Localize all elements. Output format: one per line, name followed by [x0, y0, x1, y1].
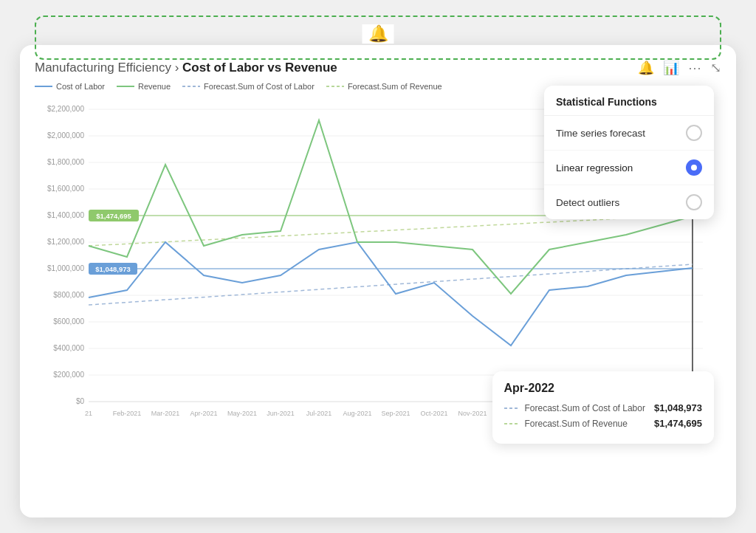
svg-text:Aug-2021: Aug-2021 — [343, 410, 371, 417]
chart-tooltip: Apr-2022 Forecast.Sum of Cost of Labor $… — [492, 371, 714, 444]
legend-line-green — [117, 86, 134, 87]
more-icon[interactable]: ⋯ — [688, 60, 701, 76]
svg-text:$1,474,695: $1,474,695 — [96, 212, 131, 220]
svg-text:Sep-2021: Sep-2021 — [381, 410, 410, 417]
alarm-icon[interactable]: 🔔 — [638, 60, 654, 76]
svg-text:Apr-2021: Apr-2021 — [190, 410, 217, 417]
tooltip-date: Apr-2022 — [504, 382, 702, 395]
tooltip-row-revenue-left: Forecast.Sum of Revenue — [504, 419, 628, 429]
linear-regression-label: Linear regression — [556, 162, 633, 173]
svg-text:$200,000: $200,000 — [53, 371, 84, 379]
stat-dropdown: Statistical Functions Time series foreca… — [544, 86, 714, 219]
svg-text:Feb-2021: Feb-2021 — [113, 410, 142, 417]
detect-outliers-radio[interactable] — [686, 194, 702, 210]
header-icons: 🔔 📊 ⋯ ⤡ — [638, 60, 721, 76]
svg-text:Jun-2021: Jun-2021 — [267, 410, 295, 417]
collapse-icon[interactable]: ⤡ — [710, 60, 721, 76]
legend-label-cost: Cost of Labor — [56, 82, 105, 91]
tooltip-indicator-green — [504, 423, 519, 424]
time-series-radio[interactable] — [686, 125, 702, 141]
legend-line-green-dashed — [326, 86, 344, 87]
svg-text:$0: $0 — [76, 397, 85, 405]
stat-option-linear-regression[interactable]: Linear regression — [544, 151, 714, 185]
chart-header: Manufacturing Efficiency › Cost of Labor… — [35, 60, 721, 76]
svg-text:$800,000: $800,000 — [53, 291, 84, 299]
svg-text:$2,000,000: $2,000,000 — [47, 131, 84, 140]
legend-item-forecast-cost: Forecast.Sum of Cost of Labor — [182, 82, 315, 91]
svg-text:$1,400,000: $1,400,000 — [47, 211, 84, 219]
svg-text:May-2021: May-2021 — [227, 410, 257, 417]
legend-item-revenue: Revenue — [117, 82, 171, 91]
bell-icon: 🔔 — [368, 24, 388, 43]
svg-text:Oct-2021: Oct-2021 — [420, 410, 447, 417]
tooltip-value-revenue: $1,474,695 — [654, 418, 702, 429]
legend-line-blue — [35, 86, 52, 87]
svg-line-43 — [89, 215, 693, 246]
svg-text:$1,800,000: $1,800,000 — [47, 158, 84, 166]
legend-item-forecast-revenue: Forecast.Sum of Revenue — [326, 82, 442, 91]
stat-option-time-series[interactable]: Time series forecast — [544, 116, 714, 151]
tooltip-value-cost: $1,048,973 — [654, 402, 702, 413]
breadcrumb-separator: › — [175, 61, 179, 75]
chart-title: Manufacturing Efficiency › Cost of Labor… — [35, 61, 337, 75]
tooltip-row-cost: Forecast.Sum of Cost of Labor $1,048,973 — [504, 402, 702, 413]
stat-option-detect-outliers[interactable]: Detect outliers — [544, 185, 714, 219]
svg-text:$1,000,000: $1,000,000 — [47, 264, 84, 272]
breadcrumb-parent: Manufacturing Efficiency — [35, 61, 171, 75]
breadcrumb-child: Cost of Labor vs Revenue — [182, 61, 337, 75]
svg-text:$2,200,000: $2,200,000 — [47, 105, 84, 113]
bar-chart-icon[interactable]: 📊 — [663, 60, 679, 76]
svg-text:Jul-2021: Jul-2021 — [306, 410, 332, 417]
time-series-label: Time series forecast — [556, 128, 645, 139]
chart-card: Manufacturing Efficiency › Cost of Labor… — [20, 45, 736, 517]
svg-line-42 — [89, 264, 693, 305]
legend-label-forecast-cost: Forecast.Sum of Cost of Labor — [204, 82, 315, 91]
tooltip-indicator-blue — [504, 408, 519, 409]
svg-text:$600,000: $600,000 — [53, 317, 84, 326]
svg-text:$1,048,973: $1,048,973 — [95, 265, 131, 273]
svg-text:$1,200,000: $1,200,000 — [47, 238, 84, 246]
legend-label-revenue: Revenue — [138, 82, 171, 91]
bell-icon-container: 🔔 — [362, 24, 394, 44]
legend-item-cost: Cost of Labor — [35, 82, 105, 91]
stat-dropdown-title: Statistical Functions — [556, 96, 657, 108]
svg-text:Mar-2021: Mar-2021 — [151, 410, 180, 417]
tooltip-row-cost-left: Forecast.Sum of Cost of Labor — [504, 403, 645, 413]
stat-dropdown-header: Statistical Functions — [544, 86, 714, 116]
legend-line-blue-dashed — [182, 86, 200, 87]
svg-text:$400,000: $400,000 — [53, 344, 84, 352]
linear-regression-radio[interactable] — [686, 159, 702, 176]
tooltip-label-revenue: Forecast.Sum of Revenue — [525, 419, 628, 429]
legend-label-forecast-revenue: Forecast.Sum of Revenue — [348, 82, 442, 91]
tooltip-row-revenue: Forecast.Sum of Revenue $1,474,695 — [504, 418, 702, 429]
svg-text:21: 21 — [85, 410, 92, 417]
tooltip-label-cost: Forecast.Sum of Cost of Labor — [525, 403, 645, 413]
svg-text:$1,600,000: $1,600,000 — [47, 185, 84, 193]
svg-text:Nov-2021: Nov-2021 — [458, 410, 487, 417]
detect-outliers-label: Detect outliers — [556, 197, 619, 208]
